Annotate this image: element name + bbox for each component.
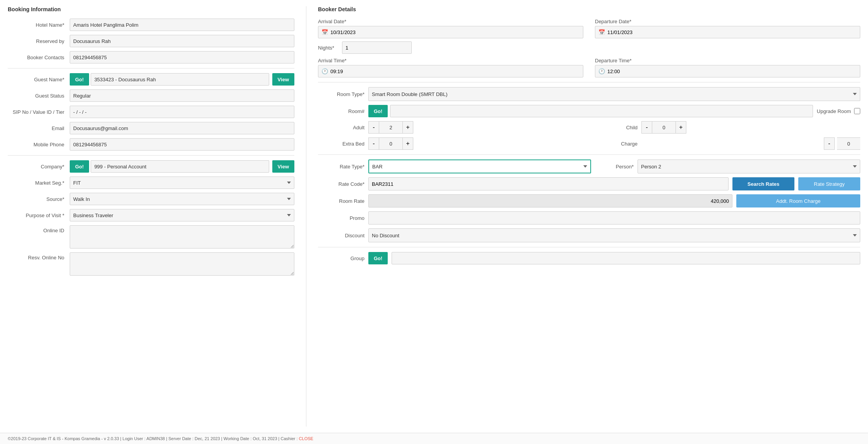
purpose-select[interactable]: Business Traveler: [70, 209, 294, 221]
adult-value: 2: [379, 121, 402, 134]
sip-input[interactable]: [70, 106, 294, 118]
nights-input[interactable]: [342, 41, 412, 54]
booking-info-title: Booking Information: [8, 6, 294, 12]
divider-2: [8, 155, 294, 156]
booker-contacts-row: Booker Contacts: [8, 51, 294, 63]
person-label: Person*: [595, 164, 634, 170]
guest-input-group: Go! View: [70, 73, 294, 86]
departure-date-input[interactable]: [607, 29, 857, 35]
arrival-date-input[interactable]: [330, 29, 580, 35]
source-row: Source* Walk In: [8, 193, 294, 205]
charge-minus-button[interactable]: -: [824, 137, 835, 150]
sip-row: SIP No / Value ID / Tier: [8, 106, 294, 118]
discount-select[interactable]: No Discount: [368, 228, 860, 242]
guest-status-input[interactable]: [70, 89, 294, 102]
arrival-time-input[interactable]: [330, 69, 580, 74]
company-label: Company*: [8, 164, 70, 170]
mobile-input[interactable]: [70, 138, 294, 151]
rate-code-input[interactable]: [368, 177, 729, 190]
guest-go-button[interactable]: Go!: [70, 73, 89, 86]
online-id-textarea[interactable]: [70, 225, 294, 249]
discount-label: Discount: [318, 233, 364, 238]
room-hash-input[interactable]: [390, 105, 813, 117]
hotel-name-input[interactable]: [70, 19, 294, 31]
right-panel: Booker Details Arrival Date* 📅 Departure…: [318, 6, 860, 427]
extra-bed-value: 0: [379, 137, 402, 150]
promo-input[interactable]: [368, 211, 860, 225]
upgrade-room-label: Upgrade Room: [817, 108, 851, 114]
market-seg-select[interactable]: FIT: [70, 177, 294, 189]
child-value: 0: [652, 121, 675, 134]
adult-label: Adult: [318, 125, 364, 130]
departure-time-wrap: 🕐: [595, 65, 860, 77]
resv-online-textarea[interactable]: [70, 252, 294, 276]
adult-plus-button[interactable]: +: [402, 121, 413, 134]
room-hash-label: Room#: [318, 108, 364, 114]
room-type-select[interactable]: Smart Room Double (SMRT DBL): [368, 87, 860, 101]
email-input[interactable]: [70, 122, 294, 134]
hotel-name-row: Hotel Name*: [8, 19, 294, 31]
adult-counter: - 2 +: [368, 121, 587, 134]
room-type-row: Room Type* Smart Room Double (SMRT DBL): [318, 87, 860, 101]
group-go-button[interactable]: Go!: [368, 252, 388, 264]
reserved-by-row: Reserved by: [8, 35, 294, 47]
guest-status-row: Guest Status: [8, 89, 294, 102]
person-select[interactable]: Person 2: [638, 159, 860, 173]
main-content: Booking Information Hotel Name* Reserved…: [0, 0, 868, 433]
upgrade-room-checkbox[interactable]: [854, 108, 860, 114]
source-label: Source*: [8, 196, 70, 202]
booker-contacts-input[interactable]: [70, 51, 294, 63]
company-input[interactable]: [91, 160, 269, 173]
upgrade-room-wrap: Upgrade Room: [817, 108, 860, 114]
extrabed-charge-row: Extra Bed - 0 + Charge - 0: [318, 137, 860, 150]
guest-name-input[interactable]: [91, 73, 269, 86]
room-hash-row: Room# Go! Upgrade Room: [318, 105, 860, 117]
resv-online-row: Resv. Online No: [8, 252, 294, 276]
rate-code-row: Rate Code* Search Rates Rate Strategy: [318, 177, 860, 190]
addt-room-charge-button[interactable]: Addt. Room Charge: [736, 194, 860, 207]
arrival-departure-time-grid: Arrival Time* 🕐 Departure Time* 🕐: [318, 58, 860, 77]
reserved-by-label: Reserved by: [8, 38, 70, 44]
rate-strategy-button[interactable]: Rate Strategy: [798, 177, 860, 190]
market-seg-row: Market Seg.* FIT: [8, 177, 294, 189]
arrival-date-label: Arrival Date*: [318, 19, 583, 24]
guest-view-button[interactable]: View: [272, 73, 294, 86]
group-label: Group: [318, 255, 364, 261]
extra-bed-label: Extra Bed: [318, 141, 364, 147]
extra-bed-minus-button[interactable]: -: [368, 137, 379, 150]
company-go-button[interactable]: Go!: [70, 160, 89, 173]
charge-group: - 0: [641, 137, 860, 150]
reserved-by-input[interactable]: [70, 35, 294, 47]
mobile-row: Mobile Phone: [8, 138, 294, 151]
email-row: Email: [8, 122, 294, 134]
online-id-row: Online ID: [8, 225, 294, 249]
divider-right-2: [318, 154, 860, 155]
booker-details-title: Booker Details: [318, 6, 860, 12]
departure-time-input[interactable]: [607, 69, 857, 74]
company-view-button[interactable]: View: [272, 160, 294, 173]
email-label: Email: [8, 125, 70, 131]
panel-divider: [306, 6, 306, 427]
group-input[interactable]: [392, 252, 860, 264]
market-seg-label: Market Seg.*: [8, 180, 70, 186]
adult-minus-button[interactable]: -: [368, 121, 379, 134]
arrival-time-field: Arrival Time* 🕐: [318, 58, 583, 77]
source-select[interactable]: Walk In: [70, 193, 294, 205]
group-row: Group Go!: [318, 252, 860, 264]
search-rates-button[interactable]: Search Rates: [732, 177, 794, 190]
company-row: Company* Go! View: [8, 160, 294, 173]
room-go-button[interactable]: Go!: [368, 105, 388, 117]
child-minus-button[interactable]: -: [641, 121, 652, 134]
left-panel: Booking Information Hotel Name* Reserved…: [8, 6, 294, 427]
guest-name-label: Guest Name*: [8, 77, 70, 82]
child-label: Child: [591, 125, 638, 130]
departure-date-wrap: 📅: [595, 26, 860, 38]
arrival-date-wrap: 📅: [318, 26, 583, 38]
promo-row: Promo: [318, 211, 860, 225]
room-rate-input[interactable]: [368, 194, 732, 207]
departure-date-label: Departure Date*: [595, 19, 860, 24]
rate-type-select[interactable]: BAR: [368, 159, 591, 173]
extra-bed-plus-button[interactable]: +: [402, 137, 413, 150]
child-plus-button[interactable]: +: [675, 121, 686, 134]
close-link[interactable]: CLOSE: [299, 436, 313, 441]
